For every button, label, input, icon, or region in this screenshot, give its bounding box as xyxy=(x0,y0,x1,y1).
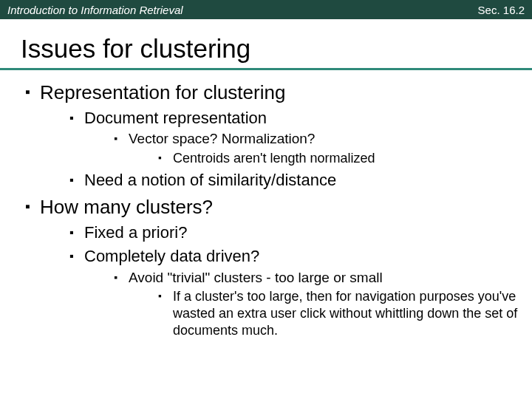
bullet-l2: Need a notion of similarity/distance xyxy=(66,170,520,191)
bullet-l1: Representation for clustering Document r… xyxy=(22,81,520,191)
bullet-text: Need a notion of similarity/distance xyxy=(84,171,336,189)
bullet-l4: Centroids aren't length normalized xyxy=(155,150,520,167)
bullet-l2: Document representation Vector space? No… xyxy=(66,108,520,167)
bullet-text: Representation for clustering xyxy=(40,81,285,103)
bullet-text: If a cluster's too large, then for navig… xyxy=(173,289,517,338)
bullet-text: Completely data driven? xyxy=(84,247,259,265)
bullet-l1: How many clusters? Fixed a priori? Compl… xyxy=(22,195,520,339)
bullet-text: How many clusters? xyxy=(40,196,213,218)
bullet-l4: If a cluster's too large, then for navig… xyxy=(155,288,520,339)
bullet-text: Centroids aren't length normalized xyxy=(173,151,375,166)
bullet-text: Fixed a priori? xyxy=(84,223,187,242)
slide-body: Representation for clustering Document r… xyxy=(0,81,532,339)
slide-title: Issues for clustering xyxy=(0,19,532,68)
bullet-text: Document representation xyxy=(84,109,267,127)
section-label: Sec. 16.2 xyxy=(478,4,525,16)
bullet-text: Avoid "trivial" clusters - too large or … xyxy=(129,270,383,285)
bullet-l3: Avoid "trivial" clusters - too large or … xyxy=(111,269,520,339)
bullet-l2: Fixed a priori? xyxy=(66,222,520,243)
header-bar: Introduction to Information Retrieval Se… xyxy=(0,0,532,19)
course-title: Introduction to Information Retrieval xyxy=(7,4,183,16)
title-underline xyxy=(0,68,532,70)
bullet-text: Vector space? Normalization? xyxy=(129,131,315,146)
bullet-l2: Completely data driven? Avoid "trivial" … xyxy=(66,246,520,339)
bullet-l3: Vector space? Normalization? Centroids a… xyxy=(111,130,520,166)
